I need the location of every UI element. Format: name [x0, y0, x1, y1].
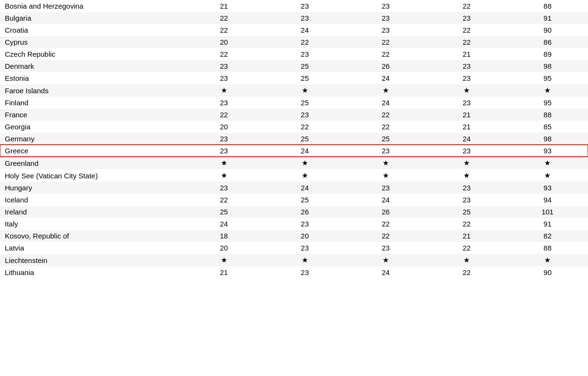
col3-cell: 22: [345, 109, 426, 121]
col5-cell: ★: [507, 254, 588, 266]
country-cell: Greece: [0, 145, 183, 157]
col4-cell: ★: [426, 169, 507, 182]
col5-cell: 85: [507, 121, 588, 133]
col5-cell: 95: [507, 72, 588, 84]
country-cell: Finland: [0, 97, 183, 109]
country-cell: Kosovo, Republic of: [0, 230, 183, 242]
col1-cell: 23: [183, 97, 264, 109]
col3-cell: 26: [345, 60, 426, 72]
col5-cell: 90: [507, 266, 588, 278]
table-row: Iceland2225242394: [0, 194, 588, 206]
col4-cell: 23: [426, 182, 507, 194]
country-cell: Czech Republic: [0, 48, 183, 60]
col3-cell: 23: [345, 0, 426, 12]
table-row: Liechtenstein★★★★★: [0, 254, 588, 266]
table-row: Croatia2224232290: [0, 24, 588, 36]
data-table: Bosnia and Herzegovina2123232288Bulgaria…: [0, 0, 588, 278]
col1-cell: 23: [183, 60, 264, 72]
country-cell: Georgia: [0, 121, 183, 133]
country-cell: Hungary: [0, 182, 183, 194]
col4-cell: 22: [426, 218, 507, 230]
col3-cell: ★: [345, 84, 426, 97]
col4-cell: ★: [426, 84, 507, 97]
country-cell: Italy: [0, 218, 183, 230]
country-cell: Bosnia and Herzegovina: [0, 0, 183, 12]
col3-cell: 26: [345, 206, 426, 218]
country-cell: Greenland: [0, 157, 183, 169]
col2-cell: ★: [264, 169, 345, 182]
col1-cell: 20: [183, 36, 264, 48]
col5-cell: 93: [507, 145, 588, 157]
col2-cell: 23: [264, 109, 345, 121]
table-row: Holy See (Vatican City State)★★★★★: [0, 169, 588, 182]
col1-cell: 22: [183, 24, 264, 36]
col2-cell: 25: [264, 60, 345, 72]
col2-cell: 20: [264, 230, 345, 242]
table-row: Greenland★★★★★: [0, 157, 588, 169]
country-cell: Holy See (Vatican City State): [0, 169, 183, 182]
col3-cell: ★: [345, 169, 426, 182]
country-cell: Latvia: [0, 242, 183, 254]
country-cell: France: [0, 109, 183, 121]
table-row: Germany2325252498: [0, 133, 588, 145]
col5-cell: 93: [507, 182, 588, 194]
col5-cell: 91: [507, 12, 588, 24]
col4-cell: 22: [426, 242, 507, 254]
col3-cell: 23: [345, 24, 426, 36]
table-row: Bulgaria2223232391: [0, 12, 588, 24]
col2-cell: 23: [264, 0, 345, 12]
col2-cell: 24: [264, 145, 345, 157]
col3-cell: 22: [345, 36, 426, 48]
col5-cell: 98: [507, 133, 588, 145]
table-row: Finland2325242395: [0, 97, 588, 109]
col5-cell: 88: [507, 109, 588, 121]
col1-cell: 25: [183, 206, 264, 218]
col5-cell: 89: [507, 48, 588, 60]
col4-cell: 22: [426, 24, 507, 36]
col4-cell: 21: [426, 48, 507, 60]
table-row: Kosovo, Republic of1820222182: [0, 230, 588, 242]
col4-cell: 25: [426, 206, 507, 218]
table-row: Hungary2324232393: [0, 182, 588, 194]
col3-cell: ★: [345, 157, 426, 169]
col5-cell: 90: [507, 24, 588, 36]
col1-cell: ★: [183, 84, 264, 97]
col5-cell: ★: [507, 169, 588, 182]
col4-cell: 23: [426, 12, 507, 24]
country-cell: Estonia: [0, 72, 183, 84]
col3-cell: ★: [345, 254, 426, 266]
col3-cell: 22: [345, 121, 426, 133]
col1-cell: 23: [183, 145, 264, 157]
col1-cell: 21: [183, 0, 264, 12]
col4-cell: 22: [426, 0, 507, 12]
col1-cell: 20: [183, 242, 264, 254]
table-row: Greece2324232393: [0, 145, 588, 157]
country-cell: Denmark: [0, 60, 183, 72]
col1-cell: 18: [183, 230, 264, 242]
col5-cell: 101: [507, 206, 588, 218]
country-cell: Ireland: [0, 206, 183, 218]
col1-cell: 23: [183, 72, 264, 84]
table-row: France2223222188: [0, 109, 588, 121]
col2-cell: 23: [264, 242, 345, 254]
country-cell: Germany: [0, 133, 183, 145]
col3-cell: 24: [345, 194, 426, 206]
col2-cell: 23: [264, 48, 345, 60]
table-row: Italy2423222291: [0, 218, 588, 230]
table-row: Latvia2023232288: [0, 242, 588, 254]
col4-cell: 22: [426, 36, 507, 48]
col3-cell: 22: [345, 48, 426, 60]
col1-cell: 23: [183, 133, 264, 145]
col5-cell: ★: [507, 84, 588, 97]
col4-cell: 22: [426, 266, 507, 278]
col5-cell: 88: [507, 0, 588, 12]
col3-cell: 24: [345, 97, 426, 109]
table-row: Cyprus2022222286: [0, 36, 588, 48]
col5-cell: 88: [507, 242, 588, 254]
col2-cell: 25: [264, 194, 345, 206]
country-cell: Iceland: [0, 194, 183, 206]
col4-cell: ★: [426, 157, 507, 169]
col4-cell: 23: [426, 97, 507, 109]
col3-cell: 23: [345, 242, 426, 254]
col5-cell: 91: [507, 218, 588, 230]
